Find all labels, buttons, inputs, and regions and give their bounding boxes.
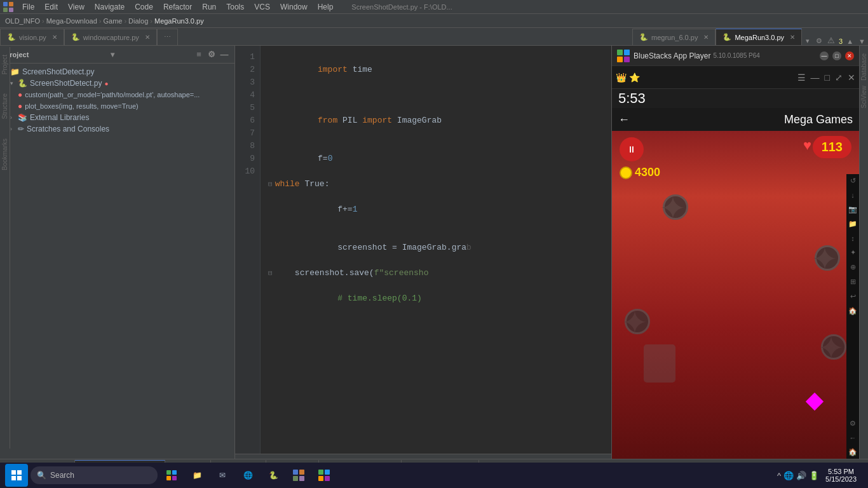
tree-error-badge: ●	[104, 80, 108, 87]
menu-refactor[interactable]: Refactor	[159, 1, 196, 13]
menu-tools[interactable]: Tools	[222, 1, 248, 13]
bs-side-icon-back2[interactable]: ←	[850, 434, 857, 442]
tray-icon-network[interactable]: 🌐	[783, 471, 794, 480]
collapse-all-btn[interactable]: ≡	[194, 50, 204, 60]
svg-rect-8	[11, 470, 16, 475]
start-button[interactable]	[5, 464, 28, 487]
project-panel-label[interactable]: Project	[1, 55, 8, 74]
breadcrumb-segment-4[interactable]: MegaRun3.0.py	[154, 17, 204, 25]
taskbar-clock[interactable]: 5:53 PM 5/15/2023	[825, 468, 857, 483]
code-line-4: f=0	[268, 140, 604, 178]
svg-rect-12	[166, 470, 171, 475]
bs-side-icon-3[interactable]: 📷	[848, 205, 857, 214]
tab-megrun3-close[interactable]: ✕	[790, 34, 795, 41]
breadcrumb-segment-1[interactable]: Mega-Download	[46, 17, 97, 25]
tab-windowcapture[interactable]: 🐍 windowcapture.py ✕	[64, 29, 157, 45]
bs-side-settings[interactable]: ⚙	[850, 419, 856, 428]
bs-icon-settings[interactable]: —	[811, 72, 820, 83]
taskbar-icon-explorer[interactable]: 📁	[186, 464, 208, 487]
tab-windowcapture-close[interactable]: ✕	[145, 34, 150, 41]
menu-code[interactable]: Code	[130, 1, 158, 13]
bs-side-icon-6[interactable]: ✦	[850, 248, 856, 257]
project-panel-dropdown[interactable]: ▾	[111, 50, 114, 59]
path-separator: ›	[124, 17, 126, 25]
code-line-7: screenshot = ImageGrab.grab	[268, 229, 604, 267]
taskbar-search[interactable]: 🔍 Search	[31, 466, 158, 484]
tab-megrun6[interactable]: 🐍 megrun_6.0.py ✕	[632, 29, 715, 45]
breadcrumb-segment-0[interactable]: OLD_INFO	[5, 17, 40, 25]
menu-view[interactable]: View	[64, 1, 89, 13]
tray-icon-battery[interactable]: 🔋	[809, 471, 819, 480]
bs-icon-menu[interactable]: ☰	[797, 72, 806, 83]
bs-maximize-btn[interactable]: □	[832, 51, 841, 60]
tree-ext-libs[interactable]: › 📚 External Libraries	[0, 112, 234, 123]
breadcrumb-segment-2[interactable]: Game	[103, 17, 122, 25]
menu-run[interactable]: Run	[198, 1, 220, 13]
bs-close-btn[interactable]: ✕	[845, 51, 854, 60]
bookmarks-panel-label[interactable]: Bookmarks	[1, 139, 8, 170]
code-area[interactable]: import time from PIL import ImageGrab f=…	[261, 46, 611, 454]
show-desktop-btn[interactable]	[859, 464, 863, 487]
tab-vision[interactable]: 🐍 vision.py ✕	[0, 29, 64, 45]
bs-side-icon-1[interactable]: ↺	[850, 177, 856, 185]
tree-file-1[interactable]: ▾ 🐍 ScreenShotDetect.py ●	[0, 78, 234, 89]
menu-navigate[interactable]: Navigate	[90, 1, 129, 13]
taskbar-icon-edge[interactable]: 🌐	[236, 464, 259, 487]
tab-overflow[interactable]: ⋯	[157, 29, 178, 45]
active-script-title: ScreenShotDetect.py - F:\OLD...	[351, 3, 452, 11]
bs-window-right-icons: ☰ — □ ⤢ ✕	[797, 72, 855, 83]
tab-megrun6-close[interactable]: ✕	[703, 34, 709, 41]
bs-side-icon-7[interactable]: ⊕	[850, 263, 856, 271]
bs-side-icon-2[interactable]: ↓	[851, 191, 855, 199]
database-label[interactable]: Database	[860, 53, 867, 81]
bs-minimize-btn[interactable]: —	[820, 51, 829, 60]
horizontal-scrollbar[interactable]	[235, 454, 611, 459]
tab-vision-close[interactable]: ✕	[52, 34, 57, 41]
bs-icon-close[interactable]: ✕	[848, 72, 855, 83]
menu-help[interactable]: Help	[313, 1, 338, 13]
svg-rect-6	[617, 57, 623, 62]
tab-chevron-down[interactable]: ▼	[856, 37, 868, 45]
tree-fn-1[interactable]: ● custom(path_or_model='path/to/model.pt…	[0, 89, 234, 100]
menu-file[interactable]: File	[18, 1, 39, 13]
menu-window[interactable]: Window	[276, 1, 312, 13]
sciview-label[interactable]: SciView	[860, 86, 867, 108]
tab-gear-btn[interactable]: ⚙	[813, 37, 825, 45]
bs-icon-star[interactable]: ⭐	[629, 72, 640, 83]
bs-side-icon-9[interactable]: ↩	[850, 292, 856, 301]
taskbar-icon-pycharm[interactable]	[287, 464, 310, 487]
tab-megrun3[interactable]: 🐍 MegaRun3.0.py ✕	[715, 29, 802, 45]
bs-side-icon-8[interactable]: ⊞	[850, 278, 856, 286]
bs-back-button[interactable]: ←	[618, 113, 630, 126]
breadcrumb-segment-3[interactable]: Dialog	[128, 17, 148, 25]
tray-icon-volume[interactable]: 🔊	[796, 471, 806, 480]
structure-panel-label[interactable]: Structure	[1, 93, 8, 119]
bs-pause-button[interactable]: ⏸	[620, 137, 644, 161]
bs-icon-expand[interactable]: ⤢	[835, 72, 843, 83]
taskbar-icon-python[interactable]: 🐍	[262, 464, 285, 487]
menu-vcs[interactable]: VCS	[250, 1, 275, 13]
settings-btn[interactable]: ⚙	[207, 50, 217, 60]
scratches-icon: ✏	[18, 125, 24, 133]
tree-scratches[interactable]: › ✏ Scratches and Consoles	[0, 123, 234, 135]
bs-side-icon-10[interactable]: 🏠	[848, 307, 857, 315]
python-file-icon: 🐍	[7, 33, 16, 41]
line-num-5: 5	[235, 102, 255, 114]
taskbar-icon-1[interactable]	[160, 464, 183, 487]
tab-split-btn[interactable]: ▾	[802, 37, 813, 45]
bs-icon-crown[interactable]: 👑	[616, 72, 627, 83]
bs-side-icon-5[interactable]: ↕	[851, 234, 855, 242]
tree-root[interactable]: ▾ 📁 ScreenShotDetect.py	[0, 66, 234, 78]
taskbar-icon-bluestacks[interactable]	[313, 464, 336, 487]
bs-side-icon-4[interactable]: 📁	[848, 220, 857, 228]
menu-edit[interactable]: Edit	[40, 1, 62, 13]
svg-rect-23	[325, 476, 330, 481]
taskbar-icon-mail[interactable]: ✉	[211, 464, 234, 487]
minimize-btn[interactable]: —	[219, 50, 229, 60]
bs-icon-resize[interactable]: □	[825, 72, 830, 83]
tree-fn-2[interactable]: ● plot_boxes(img, results, move=True)	[0, 100, 234, 112]
game-object-cake	[644, 344, 675, 383]
tray-icon-up[interactable]: ^	[777, 471, 781, 480]
bs-side-icon-home2[interactable]: 🏠	[848, 448, 857, 456]
tab-chevron-up[interactable]: ▲	[844, 37, 856, 45]
